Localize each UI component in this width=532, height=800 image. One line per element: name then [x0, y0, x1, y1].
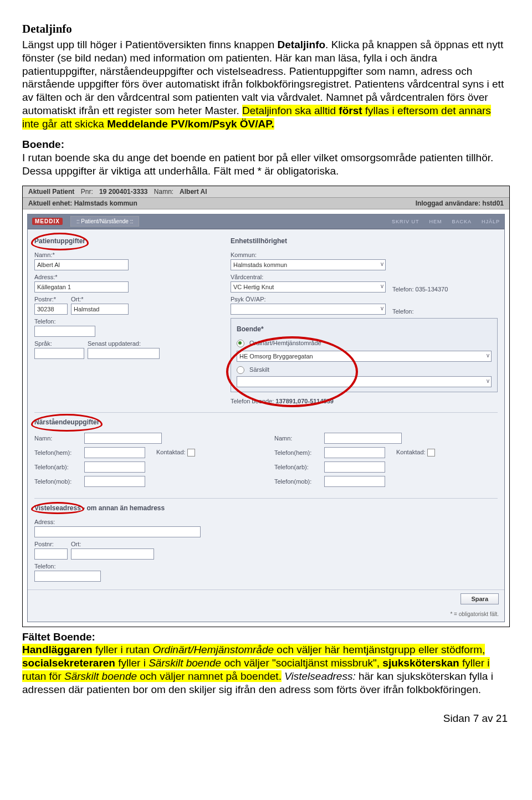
boende-box: Boende* Ordinärt/Hemtjänstområde Särskil… [231, 318, 498, 392]
label-near-namn-2: Namn: [274, 435, 321, 442]
input-senast[interactable] [88, 348, 160, 359]
text-bold: Meddelande PV/kom/Psyk ÖV/AP. [107, 118, 274, 130]
input-ort[interactable] [71, 304, 129, 315]
vist-title-a: Vistelseadress [34, 504, 81, 512]
text-italic: Vistelseadress: [284, 670, 356, 682]
label-near-telhem-2: Telefon(hem): [274, 449, 321, 456]
radio-sarskilt-label: Särskilt [249, 366, 269, 373]
link-backa[interactable]: BACKA [452, 219, 472, 224]
text: Detaljinfon ska alltid [242, 105, 339, 116]
link-hjalp[interactable]: HJÄLP [482, 219, 500, 224]
input-postnr[interactable] [34, 304, 68, 315]
input-near-namn-1[interactable] [84, 433, 162, 444]
select-kommun[interactable] [231, 259, 386, 270]
input-near-telarb-1[interactable] [84, 461, 145, 473]
text-italic: Ordinärt/Hemjänstområde [152, 644, 274, 655]
radio-ordinart-label: Ordinärt/Hemtjänstområde [249, 340, 321, 346]
label-psyk-tel: Telefon: [392, 308, 414, 315]
group-enhet: Enhetstillhörighet [231, 237, 287, 245]
text-italic: Särskilt boende [64, 670, 137, 682]
boende-title: Boende* [237, 325, 264, 333]
save-button[interactable]: Spara [461, 593, 499, 604]
label-near-telmob-2: Telefon(mob): [274, 478, 321, 485]
text: sjuksköterskan [382, 657, 459, 669]
input-namn[interactable] [34, 259, 129, 270]
input-near-telhem-1[interactable] [84, 447, 145, 458]
label-vist-postnr: Postnr: [34, 541, 68, 547]
label-postnr: Postnr:* [34, 296, 68, 302]
text: fyller i [115, 657, 149, 669]
text: Längst upp till höger i Patientöversikte… [22, 39, 278, 50]
label-telefon: Telefon: [34, 318, 223, 325]
link-skrivut[interactable]: SKRIV UT [392, 219, 420, 224]
label-psyk: Psyk ÖV/AP: [231, 296, 498, 302]
select-ordinart[interactable] [237, 351, 492, 362]
app-logo: MEDDIX [32, 218, 63, 225]
label-tel-boende: Telefon boende: [231, 398, 274, 404]
label-vardcentral: Vårdcentral: [231, 274, 498, 280]
label-kontaktad-2: Kontaktad: [396, 449, 426, 455]
label-near-telarb-1: Telefon(arb): [34, 464, 81, 470]
text: socialsekreteraren [22, 657, 115, 669]
paragraph-intro: Längst upp till höger i Patientöversikte… [22, 38, 510, 130]
label-namn: Namn:* [34, 252, 223, 258]
text: Handläggaren [22, 644, 93, 655]
label-adress: Adress:* [34, 274, 223, 280]
label-sprak: Språk: [34, 340, 84, 347]
label-senast: Senast uppdaterad: [88, 340, 160, 347]
inloggad-user: Inloggad användare: hstd01 [416, 199, 504, 207]
input-vist-ort[interactable] [71, 548, 154, 560]
input-near-telmob-1[interactable] [84, 476, 145, 487]
link-hem[interactable]: HEM [429, 219, 442, 224]
label-kontaktad-1: Kontaktad: [156, 449, 186, 455]
text: och väljer här hemtjänstgrupp eller stöd… [274, 644, 485, 655]
input-adress[interactable] [34, 281, 129, 293]
text: och väljer namnet på boendet. [137, 670, 282, 682]
label-vist-tel: Telefon: [34, 563, 498, 570]
aktuell-patient-label: Aktuell Patient [28, 188, 74, 196]
pnr-label: Pnr: [81, 188, 93, 196]
pnr-value: 19 200401-3333 [99, 188, 147, 196]
input-near-telmob-2[interactable] [324, 476, 385, 487]
input-near-telhem-2[interactable] [324, 447, 385, 458]
input-vist-adress[interactable] [34, 526, 201, 537]
input-vist-tel[interactable] [34, 571, 101, 582]
patient-bar: Aktuell Patient Pnr: 19 200401-3333 Namn… [23, 186, 509, 198]
faltet-boende-label: Fältet Boende: [22, 631, 95, 643]
input-near-telarb-2[interactable] [324, 461, 385, 473]
label-vist-ort: Ort: [71, 541, 154, 547]
page-footer: Sidan 7 av 21 [22, 712, 510, 725]
namn-label: Namn: [154, 188, 173, 196]
screenshot-panel: Aktuell Patient Pnr: 19 200401-3333 Namn… [22, 186, 510, 627]
tab-patient-narstaende[interactable]: :: Patient/Närstående :: [70, 216, 139, 227]
label-near-telhem-1: Telefon(hem): [34, 449, 81, 456]
checkbox-kontaktad-2[interactable] [427, 449, 435, 457]
namn-value: Albert Al [180, 188, 207, 196]
group-vistelseadress: Vistelseadress - om annan än hemadress [34, 504, 165, 512]
text: fyller i rutan [93, 644, 153, 655]
label-kommun: Kommun: [231, 252, 498, 258]
radio-sarskilt[interactable] [237, 366, 244, 374]
checkbox-kontaktad-1[interactable] [187, 449, 195, 457]
enhet-label: Aktuell enhet: Halmstads kommun [28, 199, 137, 207]
inner-topbar: MEDDIX :: Patient/Närstående :: SKRIV UT… [28, 214, 504, 229]
text-italic: Särskilt boende [149, 657, 221, 669]
input-vist-postnr[interactable] [34, 548, 68, 560]
select-vardcentral[interactable] [231, 281, 386, 293]
vc-tel-value: 035-134370 [416, 286, 448, 293]
radio-ordinart[interactable] [237, 340, 244, 347]
text: och väljer "socialtjänst missbruk", [221, 657, 382, 669]
input-sprak[interactable] [34, 348, 84, 359]
input-telefon[interactable] [34, 326, 95, 337]
label-near-namn-1: Namn: [34, 435, 81, 442]
vist-title-b: - om annan än hemadress [81, 504, 165, 512]
label-near-telmob-1: Telefon(mob): [34, 478, 81, 485]
paragraph-boende: Boende: I rutan boende ska du ange det b… [22, 138, 510, 177]
boende-label: Boende: [22, 139, 64, 150]
input-near-namn-2[interactable] [324, 433, 402, 444]
label-vist-adress: Adress: [34, 519, 498, 525]
select-sarskilt[interactable] [237, 376, 492, 387]
tel-boende-value: 137891,070-5114559 [275, 398, 334, 404]
text-bold: först [339, 105, 362, 116]
select-psyk[interactable] [231, 304, 386, 315]
